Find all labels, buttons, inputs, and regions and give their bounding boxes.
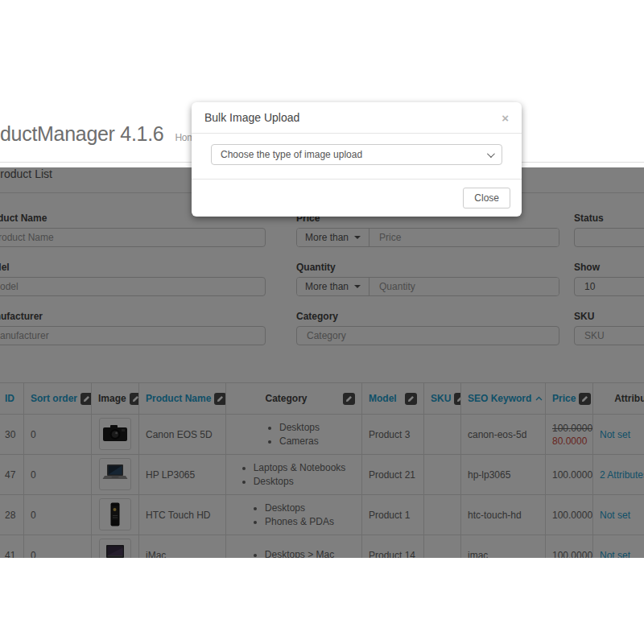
image-upload-type-select[interactable]: Choose the type of image upload <box>211 144 502 165</box>
close-button[interactable]: Close <box>463 188 510 208</box>
close-icon[interactable]: × <box>502 112 509 124</box>
modal-backdrop <box>0 167 644 558</box>
chevron-down-icon <box>487 150 495 158</box>
modal-title: Bulk Image Upload <box>204 111 299 124</box>
bulk-image-upload-modal: Bulk Image Upload × Choose the type of i… <box>192 102 522 217</box>
